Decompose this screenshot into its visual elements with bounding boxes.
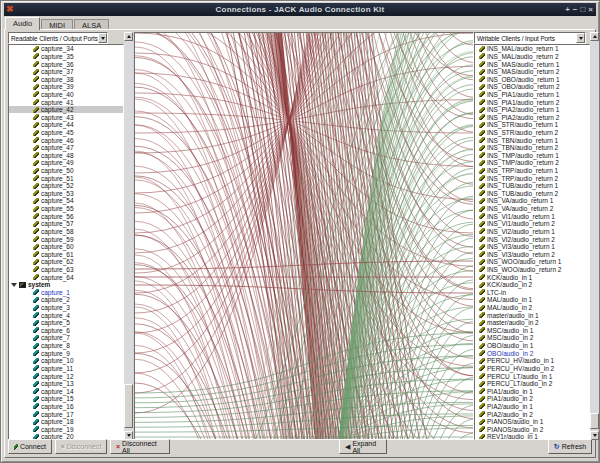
titlebar[interactable]: ✖ Connections - JACK Audio Connection Ki… [4, 3, 596, 16]
port-item[interactable]: OBO/audio_in 1 [475, 342, 589, 350]
close-button[interactable]: × [588, 5, 593, 15]
port-item[interactable]: INS_MAS/audio_return 1 [475, 60, 589, 68]
port-item[interactable]: PIA1/audio_in 1 [475, 387, 589, 395]
port-item[interactable]: capture_57 [9, 220, 123, 228]
port-item[interactable]: INS_WOO/audio_return 2 [475, 266, 589, 274]
refresh-button[interactable]: ↻ Refresh [548, 439, 592, 454]
port-item[interactable]: INS_STR/audio_return 1 [475, 121, 589, 129]
expand-all-button[interactable]: ◀ Expand All [339, 439, 387, 454]
port-item[interactable]: OBO/audio_in 2 [475, 349, 589, 357]
port-item[interactable]: capture_47 [9, 144, 123, 152]
scroll-up-icon[interactable] [590, 32, 599, 41]
port-item[interactable]: INS_TRP/audio_return 2 [475, 174, 589, 182]
port-item[interactable]: capture_6 [9, 327, 123, 335]
port-item[interactable]: capture_62 [9, 258, 123, 266]
port-item[interactable]: capture_45 [9, 129, 123, 137]
port-item[interactable]: capture_41 [9, 98, 123, 106]
port-item[interactable]: INS_TBN/audio_return 2 [475, 144, 589, 152]
port-item[interactable]: INS_VI1/audio_return 2 [475, 220, 589, 228]
port-item[interactable]: capture_15 [9, 395, 123, 403]
scroll-up-icon[interactable] [124, 32, 133, 41]
port-item[interactable]: INS_TMP/audio_return 2 [475, 159, 589, 167]
port-item[interactable]: capture_17 [9, 410, 123, 418]
port-item[interactable]: INS_PIA2/audio_return 1 [475, 106, 589, 114]
writable-clients-dropdown[interactable]: Writable Clients / Input Ports [474, 32, 586, 44]
port-item[interactable]: PIA2/audio_in 1 [475, 403, 589, 411]
port-item[interactable]: INS_MAS/audio_return 2 [475, 68, 589, 76]
port-item[interactable]: PIANOS/audio_in 2 [475, 425, 589, 433]
port-item[interactable]: capture_42 [9, 106, 123, 114]
port-item[interactable]: capture_36 [9, 60, 123, 68]
scrollbar-thumb[interactable] [590, 413, 599, 429]
port-item[interactable]: PERCU_HV/audio_in 1 [475, 357, 589, 365]
port-item[interactable]: INS_VI2/audio_return 1 [475, 228, 589, 236]
port-item[interactable]: capture_9 [9, 349, 123, 357]
port-item[interactable]: KCK/audio_in 1 [475, 273, 589, 281]
dropdown-arrow-icon[interactable] [98, 33, 107, 43]
port-item[interactable]: capture_48 [9, 152, 123, 160]
minimize-button[interactable]: − [573, 5, 578, 15]
port-item[interactable]: capture_4 [9, 311, 123, 319]
port-item[interactable]: capture_64 [9, 273, 123, 281]
expander-icon[interactable] [11, 283, 17, 287]
port-item[interactable]: capture_55 [9, 205, 123, 213]
port-item[interactable]: capture_12 [9, 372, 123, 380]
port-item[interactable]: INS_OBO/audio_return 2 [475, 83, 589, 91]
port-item[interactable]: capture_3 [9, 304, 123, 312]
port-item[interactable]: INS_MAL/audio_return 2 [475, 53, 589, 61]
shade-button[interactable]: + [565, 5, 570, 15]
port-item[interactable]: capture_19 [9, 425, 123, 433]
output-ports-list[interactable]: capture_34capture_35capture_36capture_37… [8, 44, 124, 440]
port-item[interactable]: INS_TMP/audio_return 1 [475, 152, 589, 160]
left-list-scrollbar[interactable] [124, 32, 133, 440]
port-item[interactable]: capture_63 [9, 266, 123, 274]
port-item[interactable]: INS_TBN/audio_return 1 [475, 136, 589, 144]
port-item[interactable]: INS_MAL/audio_return 1 [475, 45, 589, 53]
port-item[interactable]: PIA2/audio_in 2 [475, 410, 589, 418]
port-item[interactable]: capture_18 [9, 418, 123, 426]
port-item[interactable]: PIA1/audio_in 2 [475, 395, 589, 403]
port-item[interactable]: capture_1 [9, 289, 123, 297]
port-item[interactable]: MSC/audio_in 2 [475, 334, 589, 342]
port-item[interactable]: PERCU_HV/audio_in 2 [475, 365, 589, 373]
port-item[interactable]: capture_39 [9, 83, 123, 91]
port-item[interactable]: capture_61 [9, 250, 123, 258]
port-item[interactable]: capture_35 [9, 53, 123, 61]
port-item[interactable]: capture_40 [9, 91, 123, 99]
port-item[interactable]: capture_53 [9, 190, 123, 198]
right-list-scrollbar[interactable] [590, 32, 599, 440]
port-item[interactable]: capture_59 [9, 235, 123, 243]
port-item[interactable]: INS_VI2/audio_return 2 [475, 235, 589, 243]
port-item[interactable]: capture_60 [9, 243, 123, 251]
port-item[interactable]: INS_TUB/audio_return 2 [475, 190, 589, 198]
port-item[interactable]: INS_TRP/audio_return 1 [475, 167, 589, 175]
port-item[interactable]: capture_8 [9, 342, 123, 350]
port-item[interactable]: capture_54 [9, 197, 123, 205]
port-item[interactable]: INS_VI1/audio_return 1 [475, 212, 589, 220]
readable-clients-dropdown[interactable]: Readable Clients / Output Ports [8, 32, 108, 44]
port-item[interactable]: KCK/audio_in 2 [475, 281, 589, 289]
port-item[interactable]: capture_13 [9, 380, 123, 388]
port-item[interactable]: INS_PIA1/audio_return 1 [475, 91, 589, 99]
port-item[interactable]: master/audio_in 1 [475, 311, 589, 319]
port-item[interactable]: capture_37 [9, 68, 123, 76]
port-item[interactable]: capture_16 [9, 403, 123, 411]
port-item[interactable]: capture_52 [9, 182, 123, 190]
port-item[interactable]: INS_VA/audio_return 1 [475, 197, 589, 205]
port-item[interactable]: INS_OBO/audio_return 1 [475, 75, 589, 83]
port-item[interactable]: master/audio_in 2 [475, 319, 589, 327]
dropdown-arrow-icon[interactable] [576, 33, 585, 43]
port-item[interactable]: capture_14 [9, 387, 123, 395]
port-item[interactable]: capture_44 [9, 121, 123, 129]
port-item[interactable]: capture_2 [9, 296, 123, 304]
port-item[interactable]: INS_STR/audio_return 2 [475, 129, 589, 137]
port-item[interactable]: MSC/audio_in 1 [475, 327, 589, 335]
port-item[interactable]: capture_56 [9, 212, 123, 220]
scrollbar-thumb[interactable] [124, 384, 133, 428]
port-item[interactable]: capture_34 [9, 45, 123, 53]
port-item[interactable]: LTC-in [475, 289, 589, 297]
port-item[interactable]: INS_VI3/audio_return 1 [475, 243, 589, 251]
port-item[interactable]: capture_11 [9, 365, 123, 373]
port-item[interactable]: PIANOS/audio_in 1 [475, 418, 589, 426]
port-item[interactable]: INS_TUB/audio_return 1 [475, 182, 589, 190]
